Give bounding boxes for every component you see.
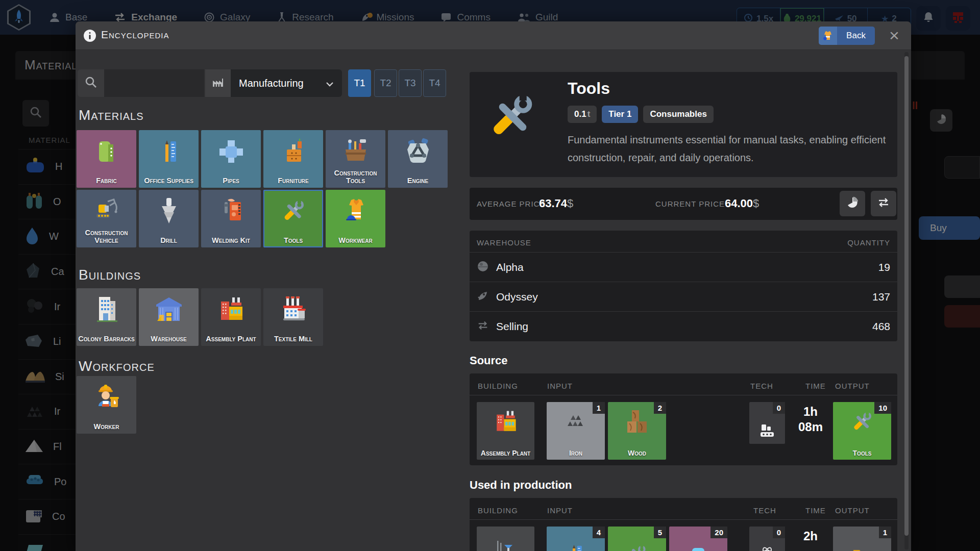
trade-transfer-button[interactable] xyxy=(871,191,896,216)
tech-column-header: TECH xyxy=(753,506,776,515)
time-column-header: TIME xyxy=(805,506,826,515)
tech-qty-badge: 0 xyxy=(773,402,785,414)
source-table: BUILDING INPUT TECH TIME OUTPUT Assembly… xyxy=(470,373,897,465)
output-column-header: OUTPUT xyxy=(835,382,870,390)
cargo-folder-icon xyxy=(833,540,891,551)
input-qty-badge: 5 xyxy=(654,527,666,538)
colony-barracks-icon xyxy=(77,293,136,325)
material-tile-welding-kit[interactable]: Welding Kit xyxy=(201,190,261,247)
furniture-icon xyxy=(263,135,323,167)
source-building-assembly-plant[interactable]: Assembly Plant xyxy=(477,402,534,460)
category-badge: Consumables xyxy=(643,106,713,123)
item-name: Tools xyxy=(568,79,610,98)
tech-qty-badge: 0 xyxy=(773,527,785,538)
info-icon xyxy=(84,30,96,42)
pipes-icon xyxy=(201,135,261,167)
usedin-tech-tile[interactable]: 0 xyxy=(749,527,785,551)
tools-icon xyxy=(263,195,323,227)
warehouse-icon xyxy=(139,293,199,325)
modal-title: Encyclopedia xyxy=(101,29,169,41)
used-in-production-table: BUILDING INPUT TECH TIME OUTPUT 4 5 20 xyxy=(470,498,897,551)
warehouse-row-odyssey[interactable]: Odyssey 137 xyxy=(470,282,897,311)
source-input-wood[interactable]: 2 Wood xyxy=(608,402,666,460)
tier-button-t3[interactable]: T3 xyxy=(399,69,422,97)
tools-large-icon xyxy=(481,85,542,146)
workwear-icon xyxy=(326,195,385,227)
output-qty-badge: 1 xyxy=(879,527,891,538)
usedin-building-tile[interactable] xyxy=(477,527,534,551)
source-tech-tile[interactable]: 0 xyxy=(749,402,785,444)
material-tile-construction-tools[interactable]: Construction Tools xyxy=(326,130,385,188)
input-qty-badge: 20 xyxy=(710,527,727,538)
input-qty-badge: 4 xyxy=(593,527,605,538)
material-tile-drill[interactable]: Drill xyxy=(139,190,199,247)
category-icon-box xyxy=(205,69,231,97)
engine-icon xyxy=(388,135,448,167)
material-tile-workwear[interactable]: Workwear xyxy=(326,190,385,247)
textile-mill-icon xyxy=(263,293,323,325)
automation-robot-icon xyxy=(749,423,785,439)
tools-icon xyxy=(608,539,666,551)
tier-badge: Tier 1 xyxy=(602,106,638,123)
chevron-down-icon xyxy=(326,78,334,89)
output-column-header: OUTPUT xyxy=(835,506,870,515)
modal-header: Encyclopedia Back × xyxy=(76,21,911,50)
buildings-section-header: Buildings xyxy=(79,267,141,283)
usedin-input-tools[interactable]: 5 xyxy=(608,527,666,551)
material-tile-office-supplies[interactable]: Office Supplies xyxy=(139,130,199,188)
usedin-output-tile[interactable]: 1 xyxy=(833,527,891,551)
material-tile-fabric[interactable]: Fabric xyxy=(77,130,136,188)
modal-scrollbar[interactable] xyxy=(904,52,909,549)
price-chart-button[interactable] xyxy=(840,191,865,216)
category-select[interactable]: Manufacturing xyxy=(231,69,342,97)
material-tile-construction-vehicle[interactable]: Construction Vehicle xyxy=(77,190,136,247)
building-tile-warehouse[interactable]: Warehouse xyxy=(139,288,199,346)
scrollbar-thumb[interactable] xyxy=(904,56,909,536)
screen: Base Exchange Galaxy Research Missions C… xyxy=(0,0,980,551)
building-tile-colony-barracks[interactable]: Colony Barracks xyxy=(77,288,136,346)
construction-tools-icon xyxy=(326,135,385,167)
building-tile-assembly-plant[interactable]: Assembly Plant xyxy=(201,288,261,346)
price-card: AVERAGE PRICE 63.74$ CURRENT PRICE 64.00… xyxy=(470,188,897,220)
output-qty-badge: 10 xyxy=(874,402,891,414)
material-tile-tools-selected[interactable]: Tools xyxy=(263,190,323,247)
close-icon[interactable]: × xyxy=(884,26,904,46)
planet-icon xyxy=(477,260,489,274)
construction-vehicle-icon xyxy=(77,195,136,227)
material-tile-engine[interactable]: Engine xyxy=(388,130,448,188)
material-tile-pipes[interactable]: Pipes xyxy=(201,130,261,188)
tier-button-t1[interactable]: T1 xyxy=(348,69,371,97)
current-price-value: 64.00$ xyxy=(725,197,759,210)
average-price-label: AVERAGE PRICE xyxy=(477,199,545,208)
source-input-iron[interactable]: 1 Iron xyxy=(547,402,605,460)
source-time: 1h 08m xyxy=(790,404,831,435)
category-value: Manufacturing xyxy=(239,78,304,89)
quantity-column-header: QUANTITY xyxy=(847,238,890,247)
warehouse-column-header: WAREHOUSE xyxy=(477,238,531,247)
usedin-time: 2h xyxy=(790,529,831,544)
transfer-arrows-icon xyxy=(877,197,890,210)
material-tile-furniture[interactable]: Furniture xyxy=(263,130,323,188)
tier-button-t2[interactable]: T2 xyxy=(374,69,397,97)
usedin-input-fabric-blue[interactable]: 20 xyxy=(669,527,727,551)
tier-button-t4[interactable]: T4 xyxy=(423,69,446,97)
search-icon-box xyxy=(78,69,104,97)
workforce-section-header: Workforce xyxy=(79,358,155,374)
item-detail-card: Tools 0.1t Tier 1 Consumables Fundamenta… xyxy=(470,72,897,177)
usedin-input-office-supplies[interactable]: 4 xyxy=(547,527,605,551)
workforce-tile-worker[interactable]: Worker xyxy=(77,376,136,434)
assembly-plant-icon xyxy=(477,406,534,437)
building-tile-textile-mill[interactable]: Textile Mill xyxy=(263,288,323,346)
search-input[interactable] xyxy=(104,69,204,97)
back-button[interactable]: Back xyxy=(819,27,875,45)
cloth-stack-icon xyxy=(669,541,727,551)
factory-icon xyxy=(212,77,224,90)
warehouse-row-alpha[interactable]: Alpha 19 xyxy=(470,252,897,282)
warehouse-table: WAREHOUSE QUANTITY Alpha 19 Odyssey 137 … xyxy=(470,231,897,341)
source-output-tools[interactable]: 10 Tools xyxy=(833,402,891,460)
building-column-header: BUILDING xyxy=(478,506,518,515)
tech-column-header: TECH xyxy=(750,382,773,390)
warehouse-row-selling[interactable]: Selling 468 xyxy=(470,311,897,341)
drill-icon xyxy=(139,195,199,227)
vest-icon xyxy=(819,27,837,45)
